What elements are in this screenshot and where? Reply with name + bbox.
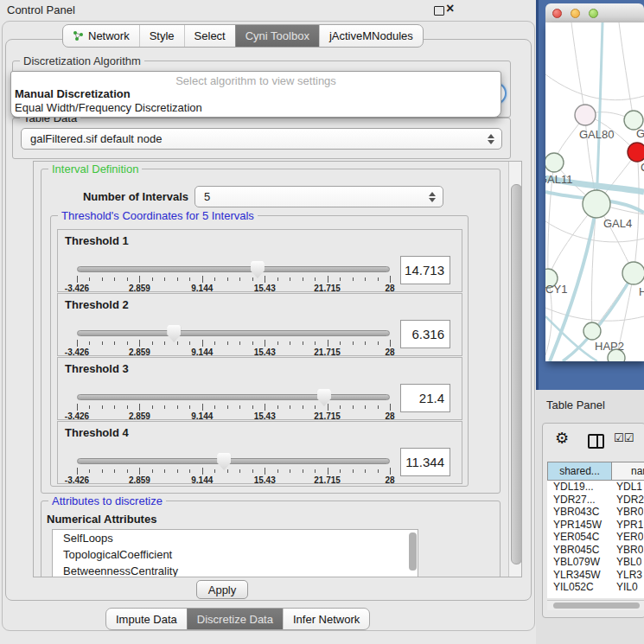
tick-mark [265, 468, 265, 475]
slider-track[interactable] [77, 458, 390, 464]
network-node[interactable] [575, 105, 596, 125]
close-icon[interactable]: × [446, 1, 454, 16]
column-header-shared[interactable]: shared... [547, 462, 612, 481]
table-cell-shared-name[interactable]: YER054C [547, 531, 616, 543]
table-cell-shared-name[interactable]: YIL052C [547, 581, 616, 593]
table-cell-name[interactable]: YBR0 [616, 544, 643, 556]
network-canvas[interactable]: GAL80GACGAL11GAL4GCY1HHAP2 [545, 22, 644, 361]
popup-item-manual-discretization[interactable]: Manual Discretization [15, 87, 131, 100]
network-node[interactable] [583, 322, 601, 340]
table-hscrollbar[interactable] [547, 600, 644, 610]
tab-cyni-toolbox[interactable]: Cyni Toolbox [235, 25, 319, 47]
list-item[interactable]: SelfLoops [53, 530, 418, 546]
slider-track[interactable] [77, 394, 390, 400]
slider-track[interactable] [77, 330, 390, 336]
table-row[interactable]: YER054CYER0 [547, 531, 644, 544]
list-scrollbar[interactable] [409, 532, 417, 571]
tab-discretize-data[interactable]: Discretize Data [187, 609, 283, 629]
threshold-panel: Threshold 4 -3.4262.8599.14415.4321.7152… [57, 421, 462, 484]
gear-icon[interactable]: ⚙ [555, 430, 569, 446]
tick-mark [340, 341, 341, 345]
table-row[interactable]: YBR043CYBR0 [547, 506, 644, 519]
tick-mark [328, 404, 328, 411]
column-header-name[interactable]: name [611, 462, 644, 481]
network-node[interactable] [622, 262, 644, 284]
threshold-value-field[interactable]: 11.344 [400, 448, 450, 476]
tick-mark [214, 405, 215, 409]
tick-mark [265, 404, 265, 411]
tab-select[interactable]: Select [184, 25, 235, 47]
table-row[interactable]: YDL19...YDL1 [547, 481, 644, 494]
table-cell-name[interactable]: YDR2 [616, 494, 644, 506]
tick-label: -3.426 [65, 475, 89, 485]
tab-impute-data[interactable]: Impute Data [106, 609, 187, 629]
table-cell-name[interactable]: YDL1 [616, 481, 642, 493]
table-cell-shared-name[interactable]: YLR345W [547, 569, 616, 581]
table-row[interactable]: YBL079WYBL0 [547, 556, 644, 569]
table-cell-name[interactable]: YBL0 [616, 556, 641, 568]
select-columns-icon[interactable]: ☑☑ [614, 431, 634, 444]
table-row[interactable]: YBR045CYBR0 [547, 544, 644, 557]
attributes-group-title: Attributes to discretize [48, 494, 166, 507]
tick-mark [214, 277, 215, 281]
popup-item-equal-width-frequency[interactable]: Equal Width/Frequency Discretization [15, 101, 202, 114]
table-data-combo[interactable]: galFiltered.sif default node [21, 128, 502, 150]
table-cell-name[interactable]: YIL0 [616, 581, 638, 593]
tick-label: 15.43 [254, 411, 276, 421]
threshold-value-field[interactable]: 6.316 [400, 320, 450, 348]
table-cell-name[interactable]: YLR3 [616, 569, 642, 581]
combo-stepper-icon [488, 134, 494, 144]
table-cell-shared-name[interactable]: YPR145W [547, 519, 616, 531]
table-cell-name[interactable]: YBR0 [616, 506, 643, 518]
list-item[interactable]: TopologicalCoefficient [53, 546, 418, 563]
tick-mark [102, 469, 103, 473]
tick-mark [277, 405, 278, 409]
slider-track[interactable] [77, 266, 390, 272]
tab-network[interactable]: Network [63, 25, 139, 47]
table-cell-shared-name[interactable]: YDL19... [547, 481, 616, 493]
float-window-icon[interactable] [434, 6, 444, 16]
threshold-panel: Threshold 3 -3.4262.8599.14415.4321.7152… [57, 357, 462, 420]
close-traffic-light[interactable] [552, 9, 562, 18]
threshold-value-field[interactable]: 21.4 [400, 384, 450, 412]
table-cell-name[interactable]: YPR1 [616, 519, 643, 531]
table-row[interactable]: YPR145WYPR1 [547, 519, 644, 532]
settings-scrollbar-thumb[interactable] [511, 184, 522, 564]
table-row[interactable]: YLR345WYLR3 [547, 569, 644, 582]
tick-mark [328, 276, 328, 283]
apply-button[interactable]: Apply [196, 580, 248, 599]
tab-infer-network[interactable]: Infer Network [283, 609, 369, 629]
network-node[interactable] [583, 190, 610, 218]
table-cell-name[interactable]: YER0 [616, 531, 643, 543]
table-cell-shared-name[interactable]: YBL079W [547, 556, 616, 568]
threshold-value-field[interactable]: 14.713 [400, 256, 450, 284]
tab-jactivemnodules[interactable]: jActiveMNodules [319, 25, 423, 47]
tick-label: -3.426 [65, 284, 89, 293]
number-of-intervals-value: 5 [204, 190, 210, 203]
table-hscrollbar-thumb[interactable] [553, 603, 640, 609]
tick-mark [139, 404, 140, 411]
tick-mark [340, 277, 341, 281]
tick-mark [127, 405, 128, 409]
settings-scrollbar[interactable] [508, 162, 522, 577]
tick-label: 28 [385, 284, 394, 293]
threshold-panel: Threshold 2 -3.4262.8599.14415.4321.7152… [57, 293, 462, 356]
split-columns-icon[interactable] [588, 434, 604, 449]
tab-style[interactable]: Style [139, 25, 184, 47]
tick-mark [303, 277, 303, 281]
table-row[interactable]: YIL052CYIL0 [547, 581, 644, 594]
table-cell-shared-name[interactable]: YBR043C [547, 506, 616, 518]
table-cell-shared-name[interactable]: YBR045C [547, 544, 616, 556]
tick-mark [189, 341, 190, 345]
tick-mark [164, 469, 165, 473]
table-cell-shared-name[interactable]: YDR27... [547, 494, 616, 506]
network-window-titlebar[interactable] [545, 3, 644, 23]
list-item[interactable]: BetweennessCentrality [53, 563, 418, 577]
network-node[interactable] [628, 143, 644, 162]
zoom-traffic-light[interactable] [589, 9, 598, 18]
tick-mark [239, 341, 240, 345]
network-node[interactable] [545, 153, 564, 172]
number-of-intervals-combo[interactable]: 5 [194, 186, 443, 207]
minimize-traffic-light[interactable] [571, 9, 580, 18]
table-row[interactable]: YDR27...YDR2 [547, 494, 644, 507]
